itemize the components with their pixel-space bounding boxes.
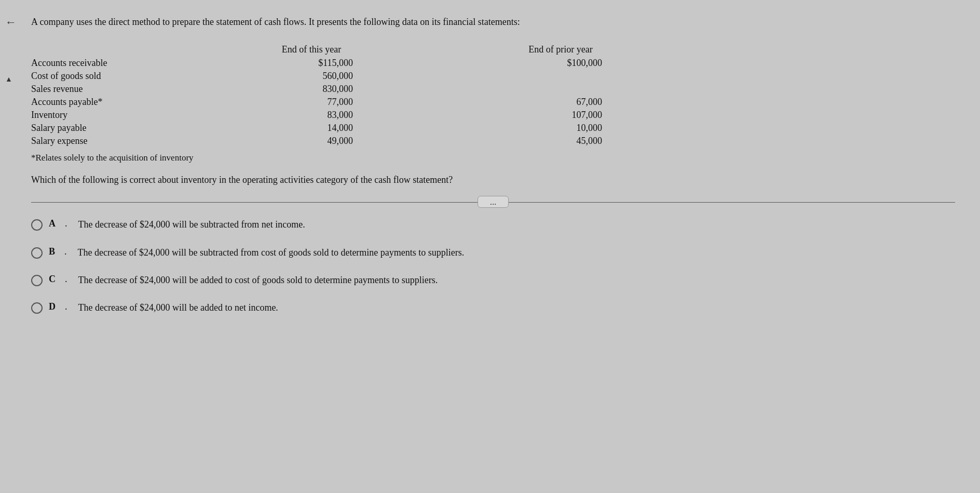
footnote-text: *Relates solely to the acquisition of in… [31, 153, 955, 163]
option-label-dot: . [65, 301, 72, 312]
row-value-prior-year: $100,000 [478, 58, 623, 69]
option-radio-d[interactable] [31, 302, 43, 314]
row-value-this-year: 77,000 [228, 97, 374, 108]
option-label-dot: . [65, 274, 72, 285]
row-label: Accounts receivable [31, 58, 228, 69]
row-value-this-year: 830,000 [228, 84, 374, 95]
row-label: Cost of goods sold [31, 71, 228, 82]
option-radio-a[interactable] [31, 219, 43, 231]
this-year-header: End of this year [239, 44, 384, 55]
option-label-dot: . [64, 246, 72, 257]
row-value-this-year: 560,000 [228, 71, 374, 82]
row-label: Salary expense [31, 136, 228, 146]
option-text-a: The decrease of $24,000 will be subtract… [78, 218, 956, 231]
table-row: Accounts payable* 77,000 67,000 [31, 97, 955, 108]
row-value-this-year: $115,000 [228, 58, 374, 69]
divider-section: ... [31, 202, 955, 203]
table-row: Salary payable 14,000 10,000 [31, 123, 955, 134]
row-label: Sales revenue [31, 84, 228, 95]
table-row: Salary expense 49,000 45,000 [31, 136, 955, 146]
option-text-b: The decrease of $24,000 will be subtract… [78, 246, 955, 259]
table-row: Cost of goods sold 560,000 [31, 71, 955, 82]
ellipsis-button[interactable]: ... [478, 196, 509, 208]
question-text: Which of the following is correct about … [31, 174, 914, 186]
row-value-this-year: 83,000 [228, 110, 374, 121]
row-value-prior-year: 67,000 [478, 97, 623, 108]
row-label: Accounts payable* [31, 97, 228, 108]
back-arrow-icon[interactable]: ← [5, 16, 17, 29]
column-headers: End of this year End of prior year [239, 44, 955, 55]
row-value-prior-year: 10,000 [478, 123, 623, 134]
option-radio-b[interactable] [31, 247, 43, 259]
option-label-a: A [49, 218, 56, 229]
table-row: Accounts receivable $115,000 $100,000 [31, 58, 955, 69]
row-label: Salary payable [31, 123, 228, 134]
table-row: Sales revenue 830,000 [31, 84, 955, 95]
option-row-d: D. The decrease of $24,000 will be added… [31, 301, 955, 314]
table-row: Inventory 83,000 107,000 [31, 110, 955, 121]
expand-arrow-icon[interactable]: ▲ [5, 75, 12, 84]
option-text-c: The decrease of $24,000 will be added to… [78, 274, 956, 287]
prior-year-header: End of prior year [488, 44, 633, 55]
row-value-this-year: 14,000 [228, 123, 374, 134]
option-row-c: C. The decrease of $24,000 will be added… [31, 274, 955, 287]
option-label-b: B [49, 246, 55, 257]
row-value-prior-year: 107,000 [478, 110, 623, 121]
option-radio-c[interactable] [31, 275, 43, 286]
option-label-c: C [49, 274, 56, 285]
intro-text: A company uses the direct method to prep… [31, 16, 914, 29]
option-label-d: D [49, 301, 56, 312]
options-section: A. The decrease of $24,000 will be subtr… [31, 218, 955, 314]
option-text-d: The decrease of $24,000 will be added to… [78, 301, 956, 314]
option-row-a: A. The decrease of $24,000 will be subtr… [31, 218, 955, 231]
row-value-prior-year: 45,000 [478, 136, 623, 146]
option-row-b: B. The decrease of $24,000 will be subtr… [31, 246, 955, 259]
row-label: Inventory [31, 110, 228, 121]
data-rows: Accounts receivable $115,000 $100,000 Co… [31, 58, 955, 146]
row-value-this-year: 49,000 [228, 136, 374, 146]
data-table-section: End of this year End of prior year Accou… [31, 44, 955, 163]
option-label-dot: . [65, 218, 72, 229]
main-container: A company uses the direct method to prep… [21, 10, 965, 319]
